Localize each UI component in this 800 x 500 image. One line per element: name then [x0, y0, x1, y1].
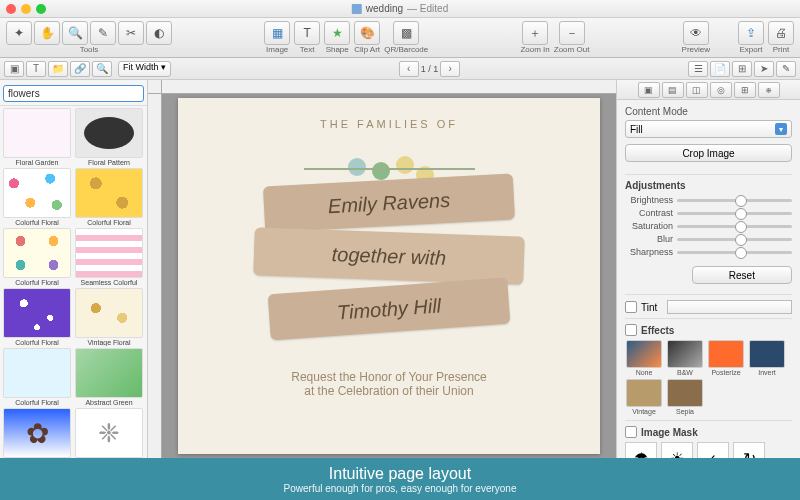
- clipart-item[interactable]: Colorful Floral: [2, 228, 72, 286]
- panel-tab-link[interactable]: 🔗: [70, 61, 90, 77]
- document-canvas[interactable]: THE FAMILIES OF Emily Ravens together wi…: [148, 80, 616, 458]
- panel-tab-files[interactable]: 📁: [48, 61, 68, 77]
- mask-option-1[interactable]: ☂: [625, 442, 657, 458]
- minimize-window-button[interactable]: [21, 4, 31, 14]
- clipart-item[interactable]: Colorful Floral: [2, 168, 72, 226]
- clipart-label: Colorful Floral: [3, 339, 71, 346]
- page-indicator: 1 / 1: [421, 64, 439, 74]
- inspector-subtab-2[interactable]: ▤: [662, 82, 684, 98]
- inspector-subtab-5[interactable]: ⊞: [734, 82, 756, 98]
- crop-image-button[interactable]: Crop Image: [625, 144, 792, 162]
- mask-option-2[interactable]: ☀: [661, 442, 693, 458]
- saturation-slider[interactable]: [677, 225, 792, 228]
- clipart-item[interactable]: Vintage Floral: [74, 288, 144, 346]
- middle-text[interactable]: together with: [331, 243, 446, 270]
- zoom-fit-select[interactable]: Fit Width ▾: [118, 61, 171, 77]
- clipart-label: Colorful Floral: [3, 279, 71, 286]
- effect-option[interactable]: Invert: [748, 340, 786, 376]
- next-page-button[interactable]: ›: [440, 61, 460, 77]
- prev-page-button[interactable]: ‹: [399, 61, 419, 77]
- inspector-subtab-3[interactable]: ◫: [686, 82, 708, 98]
- panel-tab-text[interactable]: T: [26, 61, 46, 77]
- maximize-window-button[interactable]: [36, 4, 46, 14]
- pen-tool-button[interactable]: ✎: [90, 21, 116, 45]
- name-1-text[interactable]: Emily Ravens: [327, 188, 450, 217]
- effects-checkbox[interactable]: [625, 324, 637, 336]
- insert-shape-button[interactable]: ★: [324, 21, 350, 45]
- inspector-subtab-6[interactable]: ⎈: [758, 82, 780, 98]
- clipart-thumbnail: [3, 108, 71, 158]
- effect-option[interactable]: None: [625, 340, 663, 376]
- contrast-slider[interactable]: [677, 212, 792, 215]
- close-window-button[interactable]: [6, 4, 16, 14]
- mask-option-4[interactable]: ↻: [733, 442, 765, 458]
- content-mode-label: Content Mode: [625, 106, 792, 117]
- inspector-subtab-1[interactable]: ▣: [638, 82, 660, 98]
- inspector-tab-4[interactable]: ➤: [754, 61, 774, 77]
- clipart-item[interactable]: Ornamental: [74, 408, 144, 458]
- zoom-out-button[interactable]: －: [559, 21, 585, 45]
- insert-qrcode-button[interactable]: ▩: [393, 21, 419, 45]
- zoom-in-button[interactable]: ＋: [522, 21, 548, 45]
- tint-checkbox[interactable]: [625, 301, 637, 313]
- subtitle-1[interactable]: Request the Honor of Your Presence: [218, 370, 560, 384]
- mask-option-3[interactable]: ‹: [697, 442, 729, 458]
- blur-slider[interactable]: [677, 238, 792, 241]
- clipart-label: Seamless Colorful: [75, 279, 143, 286]
- clipart-item[interactable]: Floral Pattern: [74, 108, 144, 166]
- ribbon-graphic[interactable]: Emily Ravens together with Timothy Hill: [218, 180, 560, 350]
- clipart-item[interactable]: Blue Star Flower: [2, 408, 72, 458]
- clipart-thumbnail: [75, 288, 143, 338]
- brightness-slider[interactable]: [677, 199, 792, 202]
- inspector-tab-5[interactable]: ✎: [776, 61, 796, 77]
- page-artboard[interactable]: THE FAMILIES OF Emily Ravens together wi…: [178, 98, 600, 454]
- tint-color-well[interactable]: [667, 300, 792, 314]
- inspector-tab-2[interactable]: 📄: [710, 61, 730, 77]
- effect-thumbnail: [626, 379, 662, 407]
- crop-tool-button[interactable]: ✂: [118, 21, 144, 45]
- image-mask-heading: Image Mask: [641, 427, 698, 438]
- effect-option[interactable]: B&W: [666, 340, 704, 376]
- effect-thumbnail: [667, 379, 703, 407]
- insert-clipart-button[interactable]: 🎨: [354, 21, 380, 45]
- print-button[interactable]: 🖨: [768, 21, 794, 45]
- effect-thumbnail: [749, 340, 785, 368]
- clipart-item[interactable]: Floral Garden: [2, 108, 72, 166]
- content-mode-select[interactable]: Fill▾: [625, 120, 792, 138]
- clipart-item[interactable]: Abstract Green: [74, 348, 144, 406]
- zoom-tool-button[interactable]: 🔍: [62, 21, 88, 45]
- effect-option[interactable]: Posterize: [707, 340, 745, 376]
- inspector-subtab-4[interactable]: ◎: [710, 82, 732, 98]
- effect-label: B&W: [677, 369, 693, 376]
- page-heading-text[interactable]: THE FAMILIES OF: [218, 118, 560, 130]
- clipart-item[interactable]: Colorful Floral: [2, 288, 72, 346]
- clipart-thumbnail: [3, 228, 71, 278]
- effect-label: Sepia: [676, 408, 694, 415]
- pointer-tool-button[interactable]: ✦: [6, 21, 32, 45]
- insert-text-button[interactable]: T: [294, 21, 320, 45]
- panel-tab-search[interactable]: 🔍: [92, 61, 112, 77]
- clipart-search-input[interactable]: [3, 85, 144, 102]
- tagline-headline: Intuitive page layout: [329, 465, 471, 483]
- marketing-tagline: Intuitive page layout Powerful enough fo…: [0, 458, 800, 500]
- inspector-tab-3[interactable]: ⊞: [732, 61, 752, 77]
- clipart-item[interactable]: Colorful Floral: [74, 168, 144, 226]
- eyedropper-tool-button[interactable]: ◐: [146, 21, 172, 45]
- effect-option[interactable]: Sepia: [666, 379, 704, 415]
- clipart-item[interactable]: Seamless Colorful: [74, 228, 144, 286]
- reset-adjustments-button[interactable]: Reset: [692, 266, 792, 284]
- clipart-label: Vintage Floral: [75, 339, 143, 346]
- subtitle-2[interactable]: at the Celebration of their Union: [218, 384, 560, 398]
- insert-image-button[interactable]: ▦: [264, 21, 290, 45]
- preview-button[interactable]: 👁: [683, 21, 709, 45]
- clipart-item[interactable]: Colorful Floral: [2, 348, 72, 406]
- name-2-text[interactable]: Timothy Hill: [336, 294, 442, 324]
- image-mask-checkbox[interactable]: [625, 426, 637, 438]
- inspector-tab-1[interactable]: ☰: [688, 61, 708, 77]
- sharpness-slider[interactable]: [677, 251, 792, 254]
- effect-option[interactable]: Vintage: [625, 379, 663, 415]
- hand-tool-button[interactable]: ✋: [34, 21, 60, 45]
- panel-tab-photos[interactable]: ▣: [4, 61, 24, 77]
- document-icon: [352, 4, 362, 14]
- export-button[interactable]: ⇪: [738, 21, 764, 45]
